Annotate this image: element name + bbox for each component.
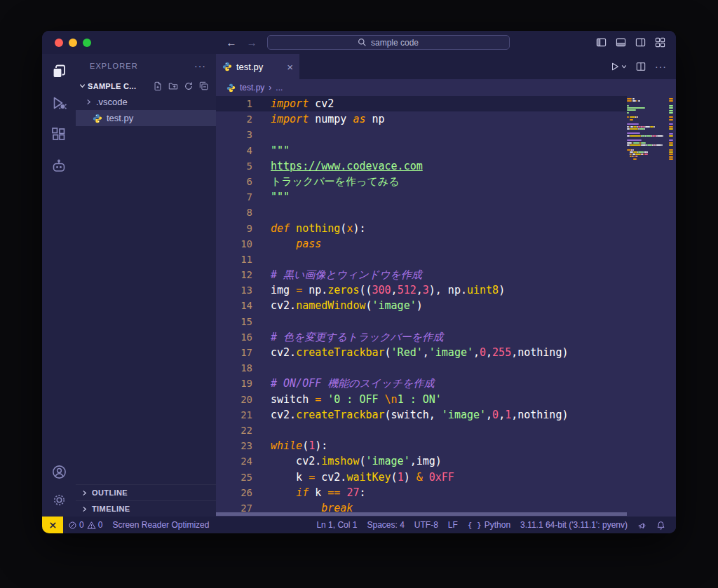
- overview-mark: [669, 144, 673, 146]
- code-line-7[interactable]: 7""": [216, 189, 627, 205]
- forward-icon[interactable]: →: [247, 37, 257, 48]
- collapse-all-icon[interactable]: [199, 81, 209, 91]
- code-line-26[interactable]: 26 if k == 27:: [216, 485, 627, 500]
- command-center-search[interactable]: sample code: [267, 35, 510, 50]
- language-mode[interactable]: { } Python: [463, 520, 515, 530]
- minimize-window-button[interactable]: [69, 39, 77, 47]
- toggle-panel-icon[interactable]: [616, 37, 626, 48]
- line-content: https://www.codevace.com: [252, 158, 423, 174]
- toggle-sidebar-icon[interactable]: [596, 37, 607, 48]
- eol-status[interactable]: LF: [443, 520, 463, 530]
- code-line-18[interactable]: 18: [216, 360, 627, 376]
- code-line-4[interactable]: 4""": [216, 143, 627, 158]
- code-line-15[interactable]: 15: [216, 314, 627, 329]
- run-debug-icon[interactable]: [50, 95, 67, 111]
- editor-actions: ···: [610, 54, 676, 79]
- code-line-21[interactable]: 21cv2.createTrackbar(switch, 'image',0,1…: [216, 407, 627, 423]
- code-line-1[interactable]: 1import cv2: [216, 96, 627, 111]
- code-line-25[interactable]: 25 k = cv2.waitKey(1) & 0xFF: [216, 470, 627, 485]
- vscode-window: ← → sample code: [42, 31, 676, 533]
- indentation-status[interactable]: Spaces: 4: [362, 520, 409, 530]
- code-line-9[interactable]: 9def nothing(x):: [216, 221, 627, 236]
- braces-icon: { }: [468, 521, 482, 530]
- tab-testpy[interactable]: test.py ×: [216, 54, 300, 79]
- timeline-section[interactable]: TIMELINE: [76, 500, 216, 517]
- editor-group: test.py × ··· test.py › ...: [216, 54, 676, 517]
- code-line-10[interactable]: 10 pass: [216, 236, 627, 252]
- back-icon[interactable]: ←: [226, 37, 237, 48]
- minimap-line: [627, 116, 666, 118]
- code-line-11[interactable]: 11: [216, 252, 627, 267]
- code-line-5[interactable]: 5https://www.codevace.com: [216, 158, 627, 174]
- robot-icon[interactable]: [50, 158, 67, 175]
- horizontal-scrollbar[interactable]: [216, 512, 627, 516]
- status-bar-right: Ln 1, Col 1 Spaces: 4 UTF-8 LF { } Pytho…: [311, 520, 676, 530]
- run-python-file-button[interactable]: [610, 62, 627, 71]
- breadcrumb[interactable]: test.py › ...: [216, 79, 676, 96]
- code-line-3[interactable]: 3: [216, 127, 627, 142]
- code-line-24[interactable]: 24 cv2.imshow('image',img): [216, 453, 627, 469]
- minimap-line: [627, 156, 666, 157]
- feedback-icon[interactable]: [632, 521, 651, 530]
- code-line-22[interactable]: 22: [216, 423, 627, 438]
- code-line-14[interactable]: 14cv2.namedWindow('image'): [216, 298, 627, 313]
- code-line-19[interactable]: 19# ON/OFF 機能のスイッチを作成: [216, 376, 627, 391]
- minimap-line: [627, 137, 666, 139]
- code-line-17[interactable]: 17cv2.createTrackbar('Red','image',0,255…: [216, 345, 627, 360]
- encoding-status[interactable]: UTF-8: [409, 520, 443, 530]
- activity-bar: [42, 54, 76, 517]
- line-content: # ON/OFF 機能のスイッチを作成: [252, 376, 434, 391]
- extensions-icon[interactable]: [50, 126, 67, 143]
- settings-gear-icon[interactable]: [51, 492, 67, 508]
- language-label: Python: [485, 520, 510, 530]
- customize-layout-icon[interactable]: [655, 37, 665, 48]
- minimap-line: [627, 139, 666, 141]
- outline-section[interactable]: OUTLINE: [76, 484, 216, 500]
- code-line-12[interactable]: 12# 黒い画像とウィンドウを作成: [216, 267, 627, 282]
- overview-mark: [669, 149, 673, 151]
- screen-reader-status[interactable]: Screen Reader Optimized: [107, 520, 214, 530]
- code-line-6[interactable]: 6トラックバーを作ってみる: [216, 174, 627, 189]
- overview-mark: [669, 100, 673, 102]
- overview-mark: [669, 139, 673, 141]
- sidebar-title: EXPLORER: [90, 62, 138, 70]
- minimap[interactable]: [627, 96, 666, 517]
- toggle-secondary-sidebar-icon[interactable]: [635, 37, 646, 48]
- line-content: while(1):: [252, 438, 327, 453]
- remote-indicator[interactable]: [42, 517, 63, 533]
- minimap-line: [627, 123, 666, 125]
- line-content: [252, 205, 271, 220]
- sidebar-more-icon[interactable]: ···: [194, 60, 206, 71]
- code-line-8[interactable]: 8: [216, 205, 627, 220]
- code-line-16[interactable]: 16# 色を変更するトラックバーを作成: [216, 329, 627, 345]
- folder-section-header[interactable]: SAMPLE C...: [76, 78, 216, 94]
- account-icon[interactable]: [51, 464, 67, 480]
- notifications-bell-icon[interactable]: [651, 521, 670, 530]
- minimap-line: [627, 151, 666, 153]
- overview-ruler[interactable]: [666, 96, 676, 517]
- split-editor-icon[interactable]: [636, 62, 646, 71]
- new-file-icon[interactable]: [153, 81, 163, 91]
- line-content: [252, 423, 271, 438]
- timeline-label: TIMELINE: [92, 505, 130, 513]
- new-folder-icon[interactable]: [168, 81, 178, 91]
- python-interpreter[interactable]: 3.11.1 64-bit ('3.11.1': pyenv): [515, 520, 632, 530]
- explorer-icon[interactable]: [50, 63, 67, 80]
- problems-status[interactable]: 0 0: [63, 520, 107, 530]
- code-line-23[interactable]: 23while(1):: [216, 438, 627, 453]
- breadcrumb-file: test.py: [240, 83, 264, 93]
- tree-item-vscode[interactable]: .vscode: [76, 94, 216, 110]
- close-window-button[interactable]: [55, 39, 63, 47]
- line-content: def nothing(x):: [252, 221, 365, 236]
- code-line-13[interactable]: 13img = np.zeros((300,512,3), np.uint8): [216, 282, 627, 298]
- code-line-20[interactable]: 20switch = '0 : OFF \n1 : ON': [216, 392, 627, 407]
- python-icon: [222, 62, 232, 71]
- line-number: 3: [216, 127, 252, 142]
- cursor-position[interactable]: Ln 1, Col 1: [311, 520, 362, 530]
- refresh-icon[interactable]: [184, 81, 194, 91]
- tree-item-testpy[interactable]: test.py: [76, 110, 216, 126]
- close-tab-icon[interactable]: ×: [287, 62, 293, 72]
- code-line-2[interactable]: 2import numpy as np: [216, 111, 627, 127]
- more-actions-icon[interactable]: ···: [655, 61, 667, 72]
- zoom-window-button[interactable]: [83, 39, 91, 47]
